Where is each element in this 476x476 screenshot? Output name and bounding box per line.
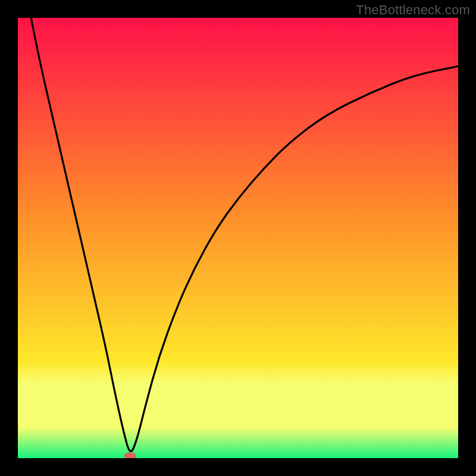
watermark-text: TheBottleneck.com [356,2,470,18]
plot-area [18,18,458,458]
chart-container: TheBottleneck.com [0,0,476,476]
chart-svg [18,18,458,458]
